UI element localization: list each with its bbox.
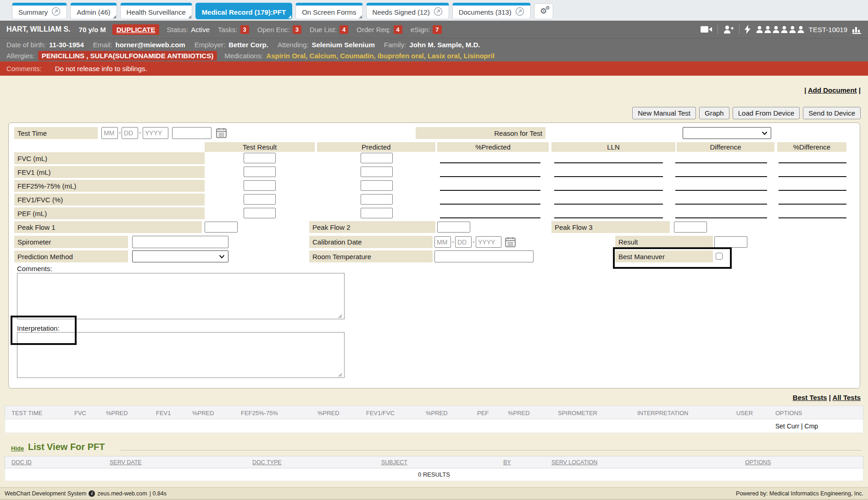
- date-separator: -: [473, 238, 475, 245]
- fev1-fvc-test-result-input[interactable]: [244, 194, 276, 205]
- popout-icon[interactable]: [434, 7, 443, 17]
- tab-label: On Screen Forms: [302, 8, 356, 16]
- room-temperature-input[interactable]: [434, 250, 534, 262]
- order-req-count-badge[interactable]: 4: [394, 25, 402, 34]
- fvc-test-result-input[interactable]: [244, 153, 276, 163]
- bar-chart-icon[interactable]: [852, 25, 862, 34]
- col-predicted: Predicted: [317, 142, 435, 152]
- interpretation-textarea[interactable]: [17, 332, 345, 378]
- calibration-year-input[interactable]: [476, 236, 501, 248]
- col-doc-type[interactable]: DOC TYPE: [252, 459, 282, 466]
- add-user-icon[interactable]: [723, 25, 734, 34]
- col-doc-options[interactable]: OPTIONS: [745, 459, 771, 466]
- comments-banner: Comments: Do not release info to sibling…: [0, 61, 868, 76]
- calendar-icon[interactable]: [216, 128, 227, 140]
- computed-value-line: [675, 217, 767, 218]
- test-time-year-input[interactable]: [143, 127, 168, 139]
- section-divider: [120, 450, 862, 450]
- info-icon[interactable]: i: [89, 490, 95, 497]
- results-header-row: TEST TIME FVC %PRED FEV1 %PRED FEF25%-75…: [5, 406, 863, 419]
- peak-flow-3-input[interactable]: [674, 222, 707, 233]
- fef-test-result-input[interactable]: [244, 180, 276, 191]
- computed-value-line: [675, 162, 767, 163]
- fvc-predicted-input[interactable]: [361, 153, 393, 163]
- app-name: WebChart Development System: [5, 490, 86, 497]
- fef-predicted-input[interactable]: [361, 180, 393, 191]
- tab-on-screen-forms[interactable]: On Screen Forms: [295, 3, 362, 19]
- col-doc-id[interactable]: DOC ID: [11, 459, 32, 466]
- video-camera-icon[interactable]: [701, 26, 712, 33]
- calendar-icon[interactable]: [505, 237, 516, 249]
- comments-textarea[interactable]: [17, 273, 345, 319]
- row-label-pef: PEF (mL): [14, 207, 205, 219]
- pef-test-result-input[interactable]: [244, 208, 276, 218]
- col-serv-date[interactable]: SERV DATE: [110, 459, 142, 466]
- empty-results-row: 0 RESULTS: [5, 468, 863, 481]
- tab-needs-signed[interactable]: Needs Signed (12): [366, 3, 449, 19]
- tab-summary[interactable]: Summary: [12, 3, 67, 19]
- best-maneuver-checkbox[interactable]: [716, 253, 723, 260]
- peak-flow-3-label: Peak Flow 3: [551, 221, 670, 233]
- separator: |: [829, 394, 831, 401]
- settings-button[interactable]: ⚙ ⚙: [534, 3, 553, 19]
- peak-flow-2-input[interactable]: [437, 222, 470, 233]
- comments-label: Comments:: [17, 265, 52, 272]
- fev1-fvc-predicted-input[interactable]: [361, 194, 393, 205]
- due-list-count-badge[interactable]: 4: [339, 25, 348, 34]
- fev1-test-result-input[interactable]: [244, 167, 276, 177]
- col-serv-location[interactable]: SERV LOCATION: [551, 459, 597, 466]
- lightning-icon[interactable]: [745, 25, 751, 34]
- esign-count-badge[interactable]: 7: [433, 25, 441, 34]
- open-enc-count-badge[interactable]: 3: [293, 25, 301, 34]
- add-document-link[interactable]: Add Document: [808, 86, 857, 94]
- fev1-predicted-input[interactable]: [361, 167, 393, 177]
- reason-for-test-label: Reason for Test: [416, 127, 545, 139]
- allergies-value[interactable]: PENICILLINS , SULFA(SULFONAMIDE ANTIBIOT…: [38, 51, 217, 61]
- tab-documents[interactable]: Documents (313): [452, 3, 531, 19]
- graph-button[interactable]: Graph: [699, 107, 729, 119]
- load-from-device-button[interactable]: Load From Device: [733, 107, 800, 119]
- col-subject[interactable]: SUBJECT: [381, 459, 407, 466]
- separator: |: [859, 86, 861, 94]
- hide-link[interactable]: Hide: [11, 445, 24, 452]
- new-manual-test-button[interactable]: New Manual Test: [632, 107, 696, 119]
- medications-value[interactable]: Aspirin Oral, Calcium, Coumadin, ibuprof…: [266, 52, 495, 60]
- all-tests-link[interactable]: All Tests: [833, 394, 861, 401]
- col-by[interactable]: BY: [503, 459, 511, 466]
- popout-icon[interactable]: [51, 7, 61, 17]
- peak-flow-1-label: Peak Flow 1: [14, 221, 202, 233]
- test-time-time-input[interactable]: [172, 127, 211, 139]
- tab-medical-record[interactable]: Medical Record (179):PFT: [195, 3, 292, 19]
- popout-icon[interactable]: [515, 7, 524, 17]
- col-lln: LLN: [551, 142, 675, 152]
- reason-for-test-select[interactable]: [683, 127, 771, 139]
- pef-predicted-input[interactable]: [361, 208, 393, 218]
- tab-health-surveillance[interactable]: Health Surveillance: [120, 3, 192, 19]
- best-tests-link[interactable]: Best Tests: [793, 394, 827, 401]
- col-pef: PEF: [477, 410, 489, 417]
- test-time-day-input[interactable]: [122, 127, 138, 139]
- col-test-result: Test Result: [205, 142, 315, 152]
- computed-value-line: [779, 204, 846, 205]
- result-input[interactable]: [714, 236, 747, 248]
- status-label: Status:: [167, 26, 188, 33]
- col-pred-3: %PRED: [317, 410, 339, 417]
- calibration-day-input[interactable]: [455, 236, 472, 248]
- col-pct-difference: %Difference: [777, 142, 846, 152]
- tab-label: Admin (46): [77, 8, 110, 16]
- calibration-month-input[interactable]: [434, 236, 451, 248]
- email-label: Email:: [93, 41, 112, 49]
- test-time-month-input[interactable]: [101, 127, 118, 139]
- col-spirometer: SPIROMETER: [558, 410, 597, 417]
- computed-value-line: [554, 217, 663, 218]
- spirometer-input[interactable]: [132, 236, 228, 248]
- send-to-device-button[interactable]: Send to Device: [803, 107, 861, 119]
- computed-value-line: [440, 162, 540, 163]
- set-curr-cmp-links[interactable]: Set Curr | Cmp: [775, 422, 818, 430]
- tasks-count-badge[interactable]: 3: [240, 25, 249, 34]
- computed-value-line: [554, 162, 663, 163]
- peak-flow-1-input[interactable]: [205, 222, 238, 233]
- duplicate-flag[interactable]: DUPLICATE: [112, 24, 160, 35]
- prediction-method-select[interactable]: [132, 250, 228, 262]
- tab-admin[interactable]: Admin (46): [70, 3, 117, 19]
